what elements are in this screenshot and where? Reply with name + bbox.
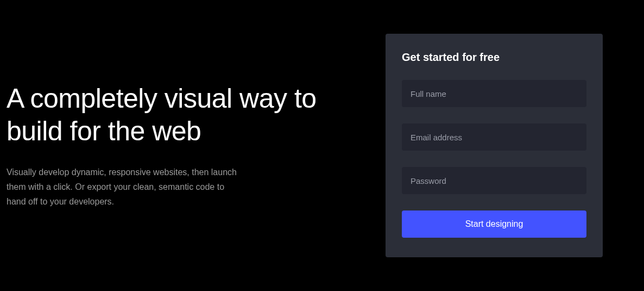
start-designing-button[interactable]: Start designing [402,210,586,238]
hero-section: A completely visual way to build for the… [7,82,386,209]
hero-heading: A completely visual way to build for the… [7,82,353,147]
signup-title: Get started for free [402,51,586,64]
email-input[interactable] [402,123,586,151]
fullname-input[interactable] [402,80,586,107]
signup-card: Get started for free Start designing [386,34,603,257]
hero-description: Visually develop dynamic, responsive web… [7,165,245,209]
password-input[interactable] [402,167,586,194]
